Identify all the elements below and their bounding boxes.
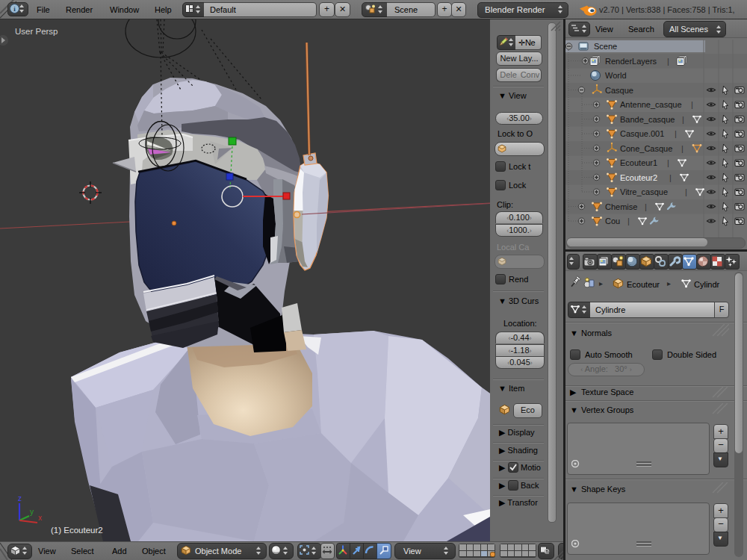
svg-text:y: y [30, 508, 34, 516]
svg-text:x: x [38, 514, 42, 522]
svg-text:(1) Ecouteur2: (1) Ecouteur2 [51, 526, 103, 535]
svg-text:z: z [18, 494, 22, 503]
svg-text:User Persp: User Persp [15, 27, 58, 36]
